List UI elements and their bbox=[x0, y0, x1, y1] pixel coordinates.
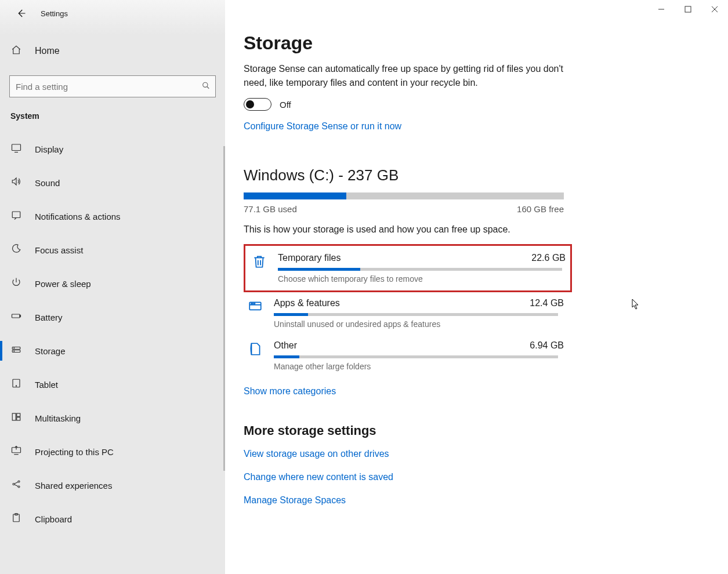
nav-icon bbox=[10, 513, 22, 526]
free-label: 160 GB free bbox=[517, 204, 564, 214]
minimize-button[interactable] bbox=[648, 0, 675, 19]
category-temporary-files[interactable]: Temporary files22.6 GBChoose which tempo… bbox=[244, 244, 572, 292]
drive-title: Windows (C:) - 237 GB bbox=[244, 166, 728, 184]
category-bar-fill bbox=[278, 268, 360, 271]
category-subtitle: Choose which temporary files to remove bbox=[278, 274, 566, 284]
more-settings-link[interactable]: Change where new content is saved bbox=[244, 472, 393, 482]
app-title: Settings bbox=[41, 9, 68, 18]
configure-storage-sense-link[interactable]: Configure Storage Sense or run it now bbox=[244, 121, 401, 132]
sidebar-item-label: Focus assist bbox=[35, 245, 83, 255]
nav-icon bbox=[10, 311, 22, 324]
svg-rect-13 bbox=[17, 417, 20, 420]
category-bar bbox=[274, 313, 558, 316]
sidebar-item-label: Battery bbox=[35, 313, 63, 322]
home-icon bbox=[10, 45, 22, 58]
search-icon bbox=[202, 82, 210, 92]
toggle-label: Off bbox=[280, 100, 291, 110]
nav-icon bbox=[10, 210, 22, 223]
storage-sense-toggle[interactable] bbox=[244, 98, 271, 111]
sidebar-item-label: Clipboard bbox=[35, 514, 72, 524]
svg-point-25 bbox=[254, 303, 255, 304]
more-links-list: View storage usage on other drivesChange… bbox=[244, 449, 728, 506]
nav-icon bbox=[10, 479, 22, 492]
nav-icon bbox=[10, 344, 22, 358]
category-name: Temporary files bbox=[278, 253, 341, 263]
close-button[interactable] bbox=[701, 0, 728, 19]
category-body: Temporary files22.6 GBChoose which tempo… bbox=[278, 253, 566, 284]
drive-usage-fill bbox=[244, 192, 346, 199]
category-bar-fill bbox=[274, 355, 299, 358]
maximize-button[interactable] bbox=[675, 0, 701, 19]
drive-usage-bar bbox=[244, 192, 564, 199]
sidebar-item-label: Projecting to this PC bbox=[35, 447, 114, 457]
sidebar-item-shared-experiences[interactable]: Shared experiences bbox=[0, 468, 225, 502]
sidebar-item-tablet[interactable]: Tablet bbox=[0, 368, 225, 401]
nav-icon bbox=[10, 412, 22, 425]
sidebar-item-clipboard[interactable]: Clipboard bbox=[0, 502, 225, 536]
show-more-categories-link[interactable]: Show more categories bbox=[244, 386, 336, 397]
svg-rect-21 bbox=[685, 6, 691, 12]
nav-icon bbox=[10, 143, 22, 156]
sidebar-item-multitasking[interactable]: Multitasking bbox=[0, 401, 225, 435]
more-settings-heading: More storage settings bbox=[244, 423, 728, 438]
category-icon bbox=[246, 340, 265, 360]
sidebar-item-power-sleep[interactable]: Power & sleep bbox=[0, 267, 225, 300]
svg-point-15 bbox=[13, 483, 15, 485]
more-settings-link[interactable]: View storage usage on other drives bbox=[244, 449, 389, 459]
sidebar-item-label: Display bbox=[35, 144, 63, 154]
sidebar-item-display[interactable]: Display bbox=[0, 132, 225, 166]
drive-usage-labels: 77.1 GB used 160 GB free bbox=[244, 204, 564, 214]
back-button[interactable] bbox=[9, 2, 32, 25]
search-input[interactable] bbox=[9, 75, 216, 97]
storage-sense-description: Storage Sense can automatically free up … bbox=[244, 62, 568, 90]
nav-icon bbox=[10, 176, 22, 190]
nav-icon bbox=[10, 277, 22, 290]
search-wrap bbox=[9, 75, 216, 97]
svg-rect-1 bbox=[12, 144, 21, 151]
nav-list: DisplaySoundNotifications & actionsFocus… bbox=[0, 132, 225, 536]
sidebar-item-label: Sound bbox=[35, 178, 60, 188]
svg-point-7 bbox=[14, 347, 15, 348]
category-bar bbox=[274, 355, 558, 358]
section-label: System bbox=[0, 97, 225, 126]
svg-rect-2 bbox=[12, 212, 20, 218]
sidebar-item-focus-assist[interactable]: Focus assist bbox=[0, 233, 225, 267]
category-bar bbox=[278, 268, 562, 271]
category-apps-features[interactable]: Apps & features12.4 GBUninstall unused o… bbox=[244, 292, 568, 335]
titlebar: Settings bbox=[0, 0, 225, 27]
sidebar-item-sound[interactable]: Sound bbox=[0, 166, 225, 199]
sidebar: Settings Home System DisplaySoundNotific… bbox=[0, 0, 225, 574]
svg-rect-4 bbox=[20, 315, 21, 317]
svg-rect-12 bbox=[17, 413, 20, 416]
more-settings-link[interactable]: Manage Storage Spaces bbox=[244, 495, 346, 506]
category-size: 6.94 GB bbox=[530, 340, 564, 351]
category-subtitle: Manage other large folders bbox=[274, 362, 564, 371]
category-other[interactable]: Other6.94 GBManage other large folders bbox=[244, 335, 568, 377]
sidebar-item-label: Multitasking bbox=[35, 413, 81, 423]
sidebar-item-projecting-to-this-pc[interactable]: Projecting to this PC bbox=[0, 435, 225, 468]
category-subtitle: Uninstall unused or undesired apps & fea… bbox=[274, 319, 564, 329]
category-name: Other bbox=[274, 340, 297, 351]
sidebar-item-notifications-actions[interactable]: Notifications & actions bbox=[0, 199, 225, 233]
main-content: Storage Storage Sense can automatically … bbox=[225, 0, 728, 574]
svg-point-8 bbox=[14, 351, 15, 351]
category-name: Apps & features bbox=[274, 298, 340, 308]
sidebar-item-label: Power & sleep bbox=[35, 279, 91, 289]
category-bar-fill bbox=[274, 313, 308, 316]
toggle-knob bbox=[246, 100, 254, 108]
sidebar-item-battery[interactable]: Battery bbox=[0, 300, 225, 334]
used-label: 77.1 GB used bbox=[244, 204, 297, 214]
usage-hint: This is how your storage is used and how… bbox=[244, 224, 728, 235]
sidebar-item-label: Home bbox=[35, 46, 60, 56]
sidebar-item-label: Notifications & actions bbox=[35, 212, 121, 221]
sidebar-item-storage[interactable]: Storage bbox=[0, 334, 225, 368]
sidebar-item-label: Storage bbox=[35, 346, 66, 356]
sidebar-item-label: Shared experiences bbox=[35, 481, 112, 491]
window-controls bbox=[648, 0, 728, 19]
category-size: 22.6 GB bbox=[531, 253, 566, 263]
sidebar-item-home[interactable]: Home bbox=[0, 35, 225, 67]
svg-point-17 bbox=[18, 486, 20, 488]
nav-icon bbox=[10, 244, 22, 257]
category-icon bbox=[246, 298, 265, 318]
category-body: Apps & features12.4 GBUninstall unused o… bbox=[274, 298, 564, 329]
